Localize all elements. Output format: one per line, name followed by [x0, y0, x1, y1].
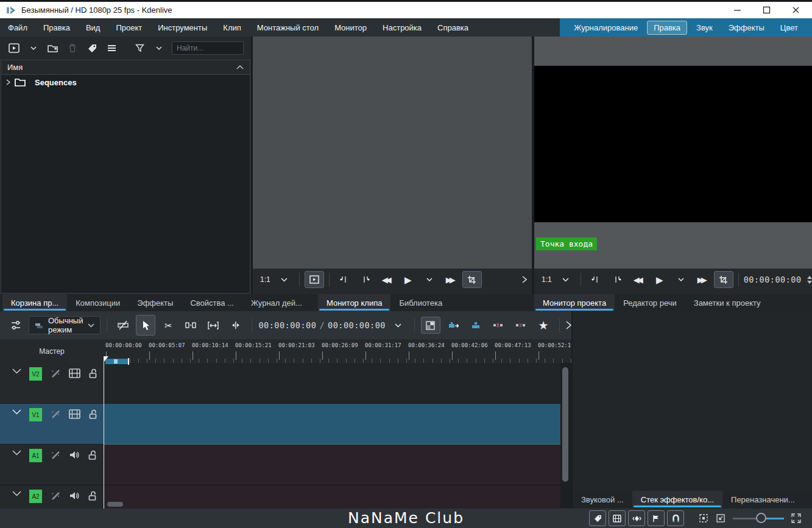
speaker-icon[interactable]	[69, 491, 80, 501]
filter-dropdown-icon[interactable]	[152, 41, 166, 55]
selection-tool[interactable]	[136, 315, 155, 336]
track-effects-icon[interactable]	[50, 450, 61, 461]
track-header-a1[interactable]: A1	[0, 445, 104, 485]
tab-effects[interactable]: Эффекты	[129, 294, 182, 311]
bin-item-sequences[interactable]: Sequences	[1, 75, 250, 90]
track-name-badge[interactable]: V1	[29, 408, 42, 421]
edit-mode-select[interactable]: Обычный режим	[29, 316, 101, 334]
menu-tools[interactable]: Инструменты	[150, 18, 215, 37]
layout-logging[interactable]: Журналирование	[567, 21, 644, 35]
set-out-point-icon[interactable]	[607, 271, 627, 288]
tab-effect-stack[interactable]: Стек эффектов/ко...	[632, 491, 722, 508]
thumbnails-toggle[interactable]	[609, 510, 626, 526]
maximize-button[interactable]	[756, 3, 777, 18]
track-name-badge[interactable]: A1	[29, 449, 42, 462]
lock-icon[interactable]	[88, 368, 98, 379]
tab-compositions[interactable]: Композиции	[67, 294, 129, 311]
razor-tool[interactable]: ✂	[158, 317, 178, 334]
tab-speech-editor[interactable]: Редактор речи	[615, 294, 685, 311]
timecode-dropdown-icon[interactable]	[389, 317, 408, 334]
transport-overflow-icon[interactable]	[522, 276, 527, 283]
set-in-point-icon[interactable]	[586, 271, 605, 288]
lift-zone-icon[interactable]	[511, 317, 531, 334]
minimize-button[interactable]	[727, 3, 747, 18]
track-mixer-icon[interactable]	[6, 317, 26, 334]
menu-edit[interactable]: Правка	[35, 18, 78, 37]
track-effects-icon[interactable]	[50, 368, 61, 379]
tab-project-bin[interactable]: Корзина пр...	[2, 294, 67, 311]
toolbar-overflow-icon[interactable]	[566, 321, 571, 329]
clip-zoom-dropdown-icon[interactable]	[275, 271, 294, 288]
bin-name-column-header[interactable]: Имя	[1, 60, 250, 75]
track-lane-a1[interactable]	[104, 445, 560, 485]
timeline-horizontal-scrollbar[interactable]	[107, 502, 123, 507]
layout-color[interactable]: Цвет	[774, 21, 805, 35]
tab-subtitles[interactable]: Субтитры	[803, 491, 812, 508]
zone-mode-icon[interactable]	[714, 271, 733, 288]
track-lane-v2[interactable]	[104, 363, 560, 404]
tab-library[interactable]: Библиотека	[390, 294, 451, 311]
timeline-timecode-current[interactable]: 00:00:00:00	[258, 320, 316, 330]
markers-toggle[interactable]	[589, 510, 606, 526]
project-timecode[interactable]: 00:00:00:00	[744, 275, 802, 284]
close-button[interactable]	[785, 3, 806, 18]
tab-audio-mixer[interactable]: Звуковой ...	[573, 491, 632, 508]
play-icon[interactable]: ▶	[398, 271, 418, 288]
monitor-overlay-icon[interactable]	[305, 271, 324, 288]
speaker-icon[interactable]	[69, 450, 80, 460]
tab-project-notes[interactable]: Заметки к проекту	[685, 294, 769, 311]
track-name-badge[interactable]: A2	[29, 490, 42, 503]
zone-mode-icon[interactable]	[462, 271, 482, 288]
spacer-tool[interactable]	[181, 317, 200, 334]
layout-effects[interactable]: Эффекты	[722, 21, 771, 35]
timeline-zoom-slider[interactable]	[733, 511, 784, 526]
play-icon[interactable]: ▶	[650, 271, 669, 288]
set-in-point-icon[interactable]	[334, 271, 354, 288]
track-lane-a2[interactable]	[104, 485, 560, 509]
project-monitor-view[interactable]: Точка входа	[534, 37, 812, 269]
extract-zone-icon[interactable]	[489, 317, 508, 334]
track-name-badge[interactable]: V2	[29, 367, 42, 381]
add-clip-icon[interactable]	[7, 41, 21, 55]
insert-zone-icon[interactable]	[443, 317, 463, 334]
flag-toggle[interactable]	[648, 510, 665, 526]
lock-icon[interactable]	[88, 450, 97, 460]
filter-icon[interactable]	[133, 41, 146, 55]
playhead-marker[interactable]	[104, 356, 108, 362]
timecode-spinner[interactable]	[807, 276, 812, 284]
timeline-ruler[interactable]: 00:00:00:00 00:00:05:07 00:00:10:14 00:0…	[104, 339, 571, 363]
overwrite-zone-icon[interactable]	[466, 317, 485, 334]
bin-view-menu-icon[interactable]	[105, 41, 118, 55]
compositions-toggle[interactable]	[628, 510, 645, 526]
mix-clips-icon[interactable]	[226, 317, 245, 334]
menu-help[interactable]: Справка	[429, 18, 476, 37]
forward-icon[interactable]: ▶▶	[441, 271, 461, 288]
tab-properties[interactable]: Свойства ...	[182, 294, 242, 311]
menu-project[interactable]: Проект	[108, 18, 150, 37]
tab-undo-history[interactable]: Журнал дей...	[242, 294, 311, 311]
bin-search-input[interactable]	[172, 41, 244, 55]
track-header-a2[interactable]: A2	[0, 485, 104, 509]
snap-toggle[interactable]	[667, 510, 684, 526]
set-out-point-icon[interactable]	[356, 271, 375, 288]
film-icon[interactable]	[69, 368, 80, 378]
menu-monitor[interactable]: Монитор	[327, 18, 375, 37]
lock-icon[interactable]	[88, 409, 98, 420]
fit-zone-icon[interactable]	[203, 317, 223, 334]
menu-clip[interactable]: Клип	[215, 18, 249, 37]
track-lane-v1[interactable]	[104, 404, 560, 445]
track-header-v2[interactable]: V2	[0, 363, 104, 404]
tab-clip-monitor[interactable]: Монитор клипа	[318, 294, 390, 311]
forward-icon[interactable]: ▶▶	[693, 271, 712, 288]
menu-settings[interactable]: Настройка	[375, 18, 429, 37]
add-folder-icon[interactable]	[46, 41, 60, 55]
tab-remapping[interactable]: Переназначени...	[722, 491, 803, 508]
track-effects-icon[interactable]	[50, 491, 61, 502]
collapse-chevron-icon[interactable]	[12, 491, 21, 496]
clip-monitor-view[interactable]	[253, 37, 532, 269]
collapse-chevron-icon[interactable]	[12, 368, 21, 374]
zoom-fit-icon[interactable]	[696, 511, 711, 526]
collapse-chevron-icon[interactable]	[12, 409, 21, 415]
add-clip-dropdown-icon[interactable]	[27, 41, 40, 55]
menu-view[interactable]: Вид	[78, 18, 108, 37]
